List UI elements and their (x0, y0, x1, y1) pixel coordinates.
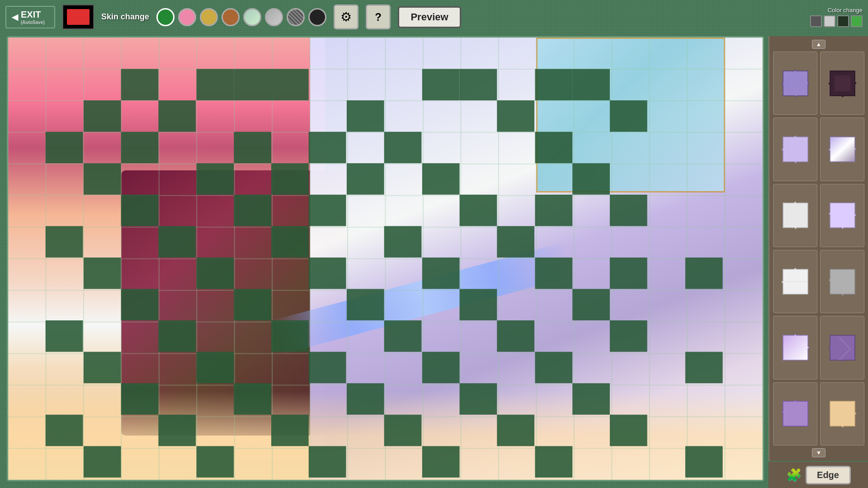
preview-button[interactable]: Preview (398, 6, 461, 28)
active-color-swatch (67, 9, 90, 25)
piece-tray: ▲ (769, 36, 868, 461)
piece-slot-1[interactable] (773, 52, 817, 115)
piece-slot-4[interactable] (820, 117, 864, 181)
toolbar: ◀ EXIT (AutoSave) Skin change ⚙ ? Previe… (0, 0, 868, 34)
skin-color-dark[interactable] (308, 8, 326, 26)
puzzle-piece-6 (826, 198, 859, 232)
puzzle-piece-8 (826, 265, 859, 299)
help-icon: ? (375, 11, 382, 23)
up-arrow-icon: ▲ (816, 41, 821, 47)
exit-button[interactable]: ◀ EXIT (AutoSave) (5, 6, 55, 28)
skin-color-silver[interactable] (265, 8, 283, 26)
gear-icon: ⚙ (340, 9, 352, 24)
puzzle-piece-icon: 🧩 (786, 468, 802, 483)
piece-slot-8[interactable] (820, 250, 864, 313)
active-color-box (62, 5, 94, 29)
piece-slot-6[interactable] (820, 184, 864, 247)
bottom-bar: 🧩 Edge (769, 462, 868, 488)
puzzle-piece-3 (778, 132, 812, 166)
skin-color-selector (156, 8, 326, 26)
piece-slot-10[interactable] (820, 316, 864, 379)
skin-color-crosshatch[interactable] (287, 8, 305, 26)
piece-slot-7[interactable] (773, 250, 817, 313)
color-change-label: Color change (828, 7, 863, 14)
puzzle-piece-11 (778, 397, 812, 431)
exit-label: EXIT (21, 9, 41, 20)
down-arrow-icon: ▼ (816, 450, 821, 456)
color-swatch-light-gray[interactable] (824, 15, 835, 27)
piece-slot-9[interactable] (773, 316, 817, 379)
color-swatch-dark-green[interactable] (837, 15, 849, 27)
piece-slot-11[interactable] (773, 382, 817, 446)
piece-slot-3[interactable] (773, 117, 817, 181)
exit-arrow-icon: ◀ (12, 12, 18, 22)
puzzle-piece-4 (826, 132, 859, 166)
autosave-label: (AutoSave) (21, 20, 45, 25)
skin-color-gold[interactable] (200, 8, 218, 26)
piece-grid (773, 52, 864, 446)
skin-color-light-teal[interactable] (243, 8, 261, 26)
color-swatches-row (810, 15, 863, 27)
skin-color-green[interactable] (156, 8, 175, 26)
color-swatch-dark-gray[interactable] (810, 15, 822, 27)
skin-color-pink[interactable] (178, 8, 196, 26)
color-swatch-bright-green[interactable] (851, 15, 863, 27)
puzzle-piece-7 (778, 265, 812, 299)
skin-color-brown[interactable] (222, 8, 240, 26)
help-button[interactable]: ? (366, 5, 391, 29)
puzzle-piece-12 (826, 397, 859, 431)
puzzle-piece-5 (778, 198, 812, 232)
preview-label: Preview (410, 11, 448, 23)
puzzle-piece-2 (826, 66, 859, 100)
edge-button[interactable]: Edge (806, 466, 851, 484)
piece-slot-2[interactable] (820, 52, 864, 115)
puzzle-piece-1 (778, 66, 812, 100)
piece-slot-12[interactable] (820, 382, 864, 446)
puzzle-piece-10 (826, 331, 859, 365)
tray-scroll-up-button[interactable]: ▲ (812, 40, 826, 49)
skin-change-label: Skin change (101, 12, 149, 22)
gear-button[interactable]: ⚙ (334, 5, 359, 29)
puzzle-piece-9 (778, 331, 812, 365)
piece-slot-5[interactable] (773, 184, 817, 247)
color-change-section: Color change (810, 7, 863, 27)
edge-label: Edge (817, 470, 839, 480)
tray-scroll-down-button[interactable]: ▼ (812, 448, 826, 457)
puzzle-area[interactable] (7, 36, 764, 481)
